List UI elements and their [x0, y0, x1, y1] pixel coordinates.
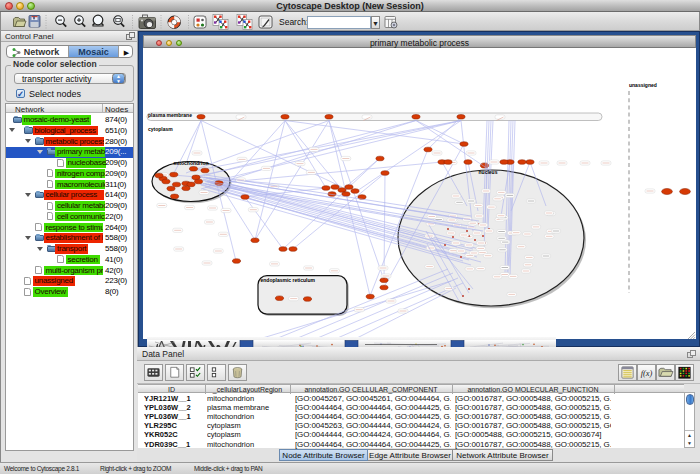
svg-text:cytoplasm: cytoplasm	[148, 126, 173, 132]
svg-text:unassigned: unassigned	[629, 82, 657, 88]
svg-text:endoplasmic reticulum: endoplasmic reticulum	[261, 277, 316, 283]
svg-text:mitochondrion: mitochondrion	[174, 160, 209, 166]
svg-text:f(x): f(x)	[641, 368, 653, 378]
svg-text:nucleus: nucleus	[479, 169, 498, 175]
svg-text:plasma membrane: plasma membrane	[148, 112, 192, 118]
